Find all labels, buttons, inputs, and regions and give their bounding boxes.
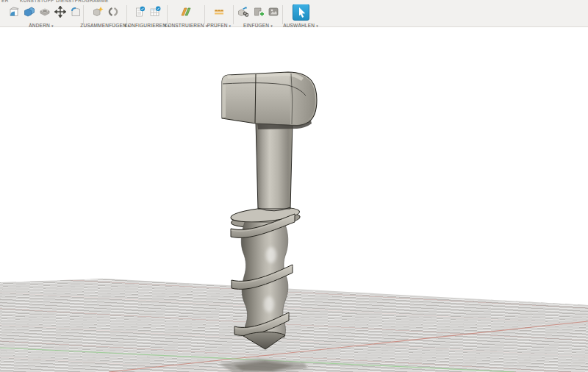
select-button[interactable]	[292, 4, 310, 23]
group-einfuegen-icons	[235, 5, 281, 21]
insert-mesh-button[interactable]	[251, 6, 265, 21]
specular-highlight	[266, 247, 276, 263]
chevron-down-icon: ▾	[270, 24, 273, 28]
combine-icon	[24, 6, 35, 21]
construction-plane-button[interactable]	[179, 6, 193, 21]
draft-icon	[70, 6, 82, 21]
group-einfuegen: EINFÜGEN ▾	[234, 4, 282, 29]
group-aendern-icons	[0, 5, 83, 21]
configuration-table-icon	[149, 6, 161, 21]
toolbar-separator	[126, 5, 127, 24]
toolbar-separator	[83, 5, 84, 24]
specular-highlight	[264, 296, 274, 312]
fillet-button[interactable]	[7, 6, 21, 21]
group-auswaehlen: AUSWÄHLEN ▾	[284, 4, 318, 29]
toolbar-separator	[167, 5, 168, 24]
fillet-icon	[8, 6, 20, 21]
group-zusammenfuegen: ZUSAMMENFÜGEN ▾	[85, 4, 126, 29]
group-pruefen: PRÜFEN ▾	[206, 4, 232, 29]
group-auswaehlen-icons	[292, 5, 310, 21]
3d-viewport-canvas[interactable]	[0, 27, 588, 372]
canvas-button[interactable]	[266, 6, 281, 21]
application-window: ER KUNSTSTOFF DIENSTPROGRAMME	[0, 0, 588, 372]
joint-button[interactable]	[106, 6, 121, 21]
group-aendern: ÄNDERN ▾	[0, 4, 82, 29]
construction-plane-icon	[180, 6, 192, 21]
dropdown-pruefen[interactable]: PRÜFEN ▾	[207, 23, 232, 29]
insert-derive-icon	[237, 6, 248, 21]
tab-solid-partial[interactable]: ER	[1, 0, 9, 3]
group-konstruieren: KONSTRUIEREN ▾	[168, 4, 204, 29]
move-arrows-icon	[54, 6, 66, 21]
insert-mesh-icon	[252, 6, 264, 21]
chevron-down-icon: ▾	[229, 24, 232, 28]
tab-dienstprogramme[interactable]: DIENSTPROGRAMME	[56, 0, 109, 3]
t-handle	[222, 72, 317, 129]
new-component-icon	[92, 6, 104, 21]
scene-overlay	[0, 0, 588, 372]
insert-derive-button[interactable]	[235, 6, 250, 21]
dropdown-zusammenfuegen[interactable]: ZUSAMMENFÜGEN ▾	[80, 23, 129, 29]
screw-tip-cone	[243, 332, 285, 349]
measure-button[interactable]	[212, 6, 226, 21]
draft-button[interactable]	[68, 6, 83, 21]
configuration-icon	[134, 6, 146, 21]
select-cursor-icon	[293, 4, 309, 23]
chevron-down-icon: ▾	[51, 24, 54, 28]
toolbar-separator	[233, 5, 234, 24]
toolbar-separator	[204, 5, 205, 24]
measure-icon	[213, 6, 225, 21]
press-pull-icon	[0, 6, 6, 21]
move-copy-button[interactable]	[53, 6, 68, 21]
toolbar-groups: ÄNDERN ▾	[0, 4, 318, 27]
tab-kunststoff[interactable]: KUNSTSTOFF	[20, 0, 54, 3]
toolbar-separator	[282, 5, 283, 24]
model-ground-screw[interactable]	[222, 72, 317, 349]
dropdown-einfuegen[interactable]: EINFÜGEN ▾	[243, 23, 273, 29]
press-pull-button[interactable]	[0, 6, 6, 21]
canvas-image-icon	[268, 6, 279, 21]
dropdown-konfigurieren[interactable]: KONFIGURIEREN ▾	[124, 23, 170, 29]
joint-icon	[107, 6, 119, 21]
group-zusammenfuegen-icons	[90, 5, 121, 21]
group-konfigurieren-icons	[132, 5, 162, 21]
configuration-button[interactable]	[132, 6, 147, 21]
dropdown-auswaehlen[interactable]: AUSWÄHLEN ▾	[283, 23, 318, 29]
group-konfigurieren: KONFIGURIEREN ▾	[128, 4, 166, 29]
configuration-table-button[interactable]	[148, 6, 162, 21]
ribbon-toolbar: ER KUNSTSTOFF DIENSTPROGRAMME	[0, 0, 588, 27]
model-shadow	[219, 359, 308, 372]
new-component-button[interactable]	[90, 6, 105, 21]
shell-icon	[39, 6, 51, 21]
dropdown-konstruieren[interactable]: KONSTRUIEREN ▾	[165, 23, 208, 29]
shell-button[interactable]	[37, 6, 52, 21]
shaft	[256, 122, 293, 209]
dropdown-aendern[interactable]: ÄNDERN ▾	[29, 23, 53, 29]
group-konstruieren-icons	[179, 5, 193, 21]
combine-button[interactable]	[22, 6, 37, 21]
chevron-down-icon: ▾	[316, 24, 318, 28]
group-pruefen-icons	[212, 5, 226, 21]
